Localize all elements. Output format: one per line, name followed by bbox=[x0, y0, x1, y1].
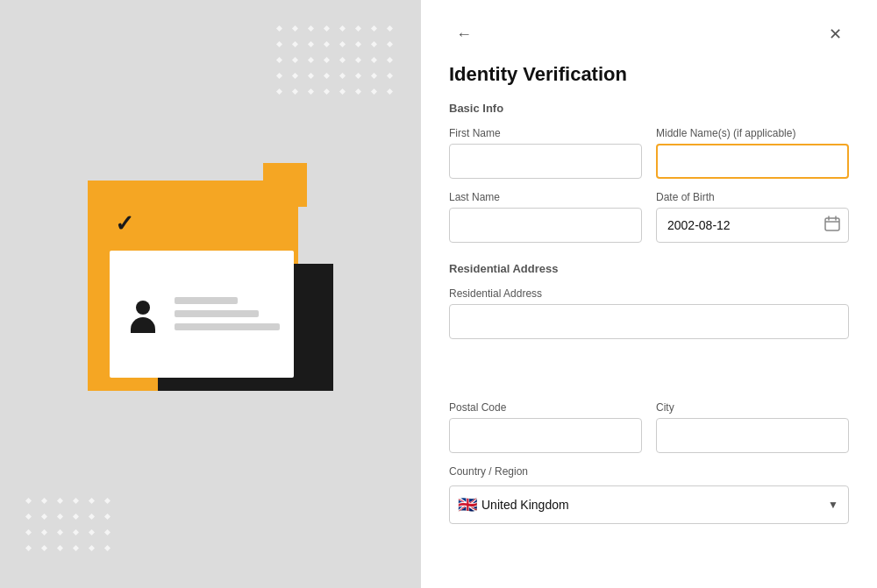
dob-group: Date of Birth bbox=[656, 191, 849, 243]
last-name-group: Last Name bbox=[449, 191, 642, 243]
city-label: City bbox=[656, 401, 849, 414]
header-row: ← ✕ bbox=[449, 21, 849, 47]
avatar-body bbox=[131, 317, 155, 333]
first-name-label: First Name bbox=[449, 127, 642, 139]
first-name-input[interactable] bbox=[449, 144, 642, 179]
basic-info-section-label: Basic Info bbox=[449, 102, 849, 115]
country-label: Country / Region bbox=[449, 465, 849, 478]
dot-pattern-bottom bbox=[26, 499, 112, 553]
dot-pattern-top bbox=[277, 26, 395, 96]
residential-address-section-label: Residential Address bbox=[449, 262, 849, 275]
address-group: Residential Address bbox=[449, 287, 849, 389]
close-button[interactable]: ✕ bbox=[822, 21, 849, 47]
middle-name-group: Middle Name(s) (if applicable) bbox=[656, 127, 849, 179]
country-group: Country / Region 🇬🇧 United Kingdom Unite… bbox=[449, 465, 849, 567]
country-select[interactable]: United Kingdom United States Canada Aust… bbox=[449, 485, 849, 524]
left-panel: ✓ bbox=[0, 0, 421, 588]
middle-name-input[interactable] bbox=[656, 144, 849, 179]
page-title: Identity Verification bbox=[449, 63, 849, 86]
country-select-wrapper: 🇬🇧 United Kingdom United States Canada A… bbox=[449, 485, 849, 524]
illustration: ✓ bbox=[70, 154, 351, 435]
first-name-group: First Name bbox=[449, 127, 642, 179]
checkmark-icon: ✓ bbox=[115, 212, 134, 235]
card-line-3 bbox=[175, 323, 280, 330]
check-badge: ✓ bbox=[103, 202, 146, 244]
card-line-2 bbox=[175, 310, 259, 317]
address-label: Residential Address bbox=[449, 287, 849, 300]
city-input[interactable] bbox=[656, 418, 849, 453]
address-input[interactable] bbox=[449, 304, 849, 339]
avatar-head bbox=[136, 301, 150, 315]
name-row: First Name Middle Name(s) (if applicable… bbox=[449, 127, 849, 179]
last-name-label: Last Name bbox=[449, 191, 642, 203]
id-card bbox=[110, 251, 294, 378]
card-lines bbox=[175, 297, 280, 330]
right-panel: ← ✕ Identity Verification Basic Info Fir… bbox=[421, 0, 877, 588]
postal-code-group: Postal Code bbox=[449, 401, 642, 453]
city-group: City bbox=[656, 401, 849, 453]
dob-input[interactable] bbox=[656, 208, 849, 243]
postal-code-input[interactable] bbox=[449, 418, 642, 453]
yellow-rect-accent-top bbox=[263, 163, 307, 207]
postal-city-row: Postal Code City bbox=[449, 401, 849, 453]
postal-code-label: Postal Code bbox=[449, 401, 642, 414]
last-name-input[interactable] bbox=[449, 208, 642, 243]
dob-label: Date of Birth bbox=[656, 191, 849, 203]
back-button[interactable]: ← bbox=[449, 22, 479, 47]
card-line-1 bbox=[175, 297, 238, 304]
card-avatar bbox=[124, 294, 162, 333]
dob-input-wrapper bbox=[656, 208, 849, 243]
lastname-dob-row: Last Name Date of Birth bbox=[449, 191, 849, 243]
middle-name-label: Middle Name(s) (if applicable) bbox=[656, 127, 849, 139]
